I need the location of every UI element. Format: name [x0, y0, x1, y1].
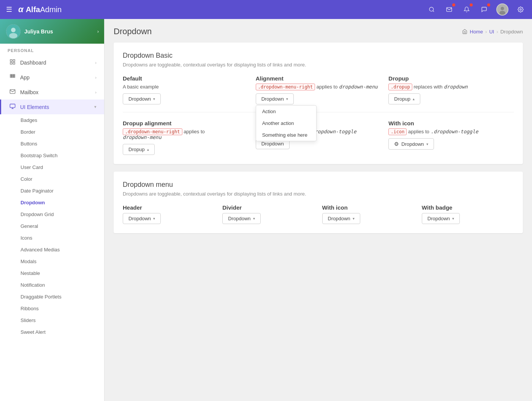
dd-menu-icon-button[interactable]: Dropdown ▾	[322, 213, 360, 224]
subitem-sliders[interactable]: Sliders	[0, 314, 104, 326]
dd-menu-item-action[interactable]: Action	[256, 106, 316, 117]
sidebar-user[interactable]: Juliya Brus ›	[0, 19, 104, 44]
dd-dropup-caret-icon: ▴	[413, 97, 415, 101]
sidebar-item-mailbox[interactable]: Mailbox ›	[0, 85, 104, 99]
brand-admin: Admin	[40, 5, 62, 14]
dd-menu-badge-title: With badge	[422, 204, 514, 211]
dropdown-menu-panel: Dropdown menu Dropdowns are toggleable, …	[114, 172, 523, 233]
svg-rect-19	[10, 104, 15, 107]
dd-alignment-caret-icon: ▾	[286, 97, 288, 101]
dd-section-dropup-align: Dropup alignment .dropdown-menu-right ap…	[123, 120, 248, 155]
sidebar-user-arrow-icon: ›	[97, 29, 99, 34]
sidebar-section-personal: PERSONAL	[0, 44, 104, 55]
sidebar-item-dashboard[interactable]: Dashboard ›	[0, 55, 104, 70]
dd-alignment-btn-label: Dropdown	[261, 96, 284, 102]
subitem-modals[interactable]: Modals	[0, 256, 104, 267]
page-title: Dropdown	[114, 27, 152, 36]
dd-menu-badge-button[interactable]: Dropdown ▾	[422, 213, 460, 224]
sidebar-avatar	[6, 24, 21, 39]
breadcrumb: Home › UI › Dropdown	[462, 29, 523, 35]
dd-menu-section-badge: With badge Dropdown ▾	[422, 204, 514, 224]
svg-rect-16	[10, 76, 11, 77]
subitem-user-card[interactable]: User Card	[0, 161, 104, 173]
alpha-symbol: α	[18, 5, 24, 14]
sidebar-mailbox-arrow: ›	[95, 90, 97, 95]
dd-alignment-desc: .dropdown-menu-right applies to dropdown…	[256, 84, 381, 90]
dropdown-basic-title: Dropdown Basic	[123, 52, 514, 60]
svg-point-7	[11, 28, 16, 32]
sidebar-username: Juliya Brus	[24, 28, 53, 35]
subitem-border[interactable]: Border	[0, 126, 104, 138]
svg-point-0	[429, 7, 434, 11]
app-brand: α AlfaAdmin	[18, 5, 62, 14]
svg-rect-9	[10, 60, 12, 62]
subitem-general[interactable]: General	[0, 220, 104, 232]
dd-dropup-align-title: Dropup alignment	[123, 120, 248, 126]
hamburger-icon[interactable]: ☰	[6, 5, 12, 14]
dd-menu-badge-btn-label: Dropdown	[428, 216, 450, 221]
subitem-color[interactable]: Color	[0, 173, 104, 185]
subitem-ribbons[interactable]: Ribbons	[0, 303, 104, 314]
subitem-advanced-medias[interactable]: Advanced Medias	[0, 244, 104, 256]
dd-with-icon-button[interactable]: ⚙ Dropdown ▾	[388, 138, 434, 150]
subitem-dropdown[interactable]: Dropdown	[0, 197, 104, 208]
app-icon	[9, 74, 16, 81]
dd-dropup-button[interactable]: Dropup ▴	[388, 93, 420, 104]
dd-dropup-ref: dropdown	[444, 84, 468, 90]
page-header: Dropdown Home › UI › Dropdown	[114, 27, 523, 36]
dd-dropup-align-button[interactable]: Dropup ▴	[123, 144, 155, 155]
dd-dropup-align-caret-icon: ▴	[147, 147, 149, 152]
mail-badge	[452, 3, 455, 6]
dd-menu-header-button[interactable]: Dropdown ▾	[123, 213, 161, 224]
subitem-dropdown-grid[interactable]: Dropdown Grid	[0, 208, 104, 220]
dd-with-icon-caret-icon: ▾	[426, 142, 428, 146]
dropdown-menu-desc: Dropdowns are toggleable, contextual ove…	[123, 191, 514, 197]
dd-default-button[interactable]: Dropdown ▾	[123, 93, 161, 104]
dropdown-basic-row2: Dropup alignment .dropdown-menu-right ap…	[123, 120, 514, 155]
dd-dropup-desc: .dropup replaces with dropdown	[388, 84, 514, 90]
dd-with-icon-code-tag: .icon	[388, 128, 407, 135]
svg-rect-12	[13, 62, 15, 64]
dd-alignment-button[interactable]: Dropdown ▾	[256, 93, 294, 104]
svg-point-8	[9, 33, 17, 38]
dd-btn-gear-icon: ⚙	[394, 141, 399, 147]
home-breadcrumb-icon	[462, 29, 467, 34]
subitem-badges[interactable]: Badges	[0, 114, 104, 126]
user-avatar[interactable]	[496, 3, 508, 16]
top-navbar: ☰ α AlfaAdmin	[0, 0, 532, 19]
breadcrumb-home[interactable]: Home	[470, 29, 483, 35]
subitem-nestable[interactable]: Nestable	[0, 267, 104, 279]
search-icon[interactable]	[426, 4, 437, 15]
dd-menu-item-something[interactable]: Something else here	[256, 129, 316, 141]
subitem-draggable-portlets[interactable]: Draggable Portlets	[0, 291, 104, 303]
dd-alignment-menu: Action Another action Something else her…	[256, 105, 317, 141]
dd-alignment-code-tag: .dropdown-menu-right	[256, 84, 315, 90]
dd-default-wrapper: Dropdown ▾	[123, 93, 161, 104]
breadcrumb-ui[interactable]: UI	[489, 29, 494, 35]
dd-menu-divider-title: Divider	[222, 204, 314, 211]
mailbox-icon	[9, 88, 16, 96]
subitem-notification[interactable]: Notification	[0, 279, 104, 291]
sidebar-item-ui-elements[interactable]: UI Elements ▾	[0, 99, 104, 114]
dd-menu-divider-button[interactable]: Dropdown ▾	[222, 213, 260, 224]
mail-icon[interactable]	[444, 4, 454, 15]
subitem-buttons[interactable]: Buttons	[0, 138, 104, 150]
main-layout: Juliya Brus › PERSONAL Dashboard › App ›…	[0, 19, 532, 401]
dd-dropup-align-desc: .dropdown-menu-right applies to dropdown…	[123, 129, 248, 140]
svg-point-5	[520, 9, 521, 10]
subitem-bootstrap-switch[interactable]: Bootstrap Switch	[0, 150, 104, 161]
svg-rect-18	[14, 76, 15, 77]
subitem-sweet-alert[interactable]: Sweet Alert	[0, 326, 104, 338]
bell-icon[interactable]	[461, 4, 472, 15]
svg-rect-15	[14, 74, 15, 76]
subitem-icons[interactable]: Icons	[0, 232, 104, 244]
dd-dropup-btn-label: Dropup	[394, 96, 410, 102]
gear-icon[interactable]	[515, 4, 526, 15]
dd-menu-item-another[interactable]: Another action	[256, 117, 316, 129]
sidebar-ui-arrow: ▾	[94, 104, 97, 109]
sidebar-item-app[interactable]: App ›	[0, 70, 104, 85]
subitem-date-paginator[interactable]: Date Paginator	[0, 185, 104, 197]
chat-icon[interactable]	[479, 4, 489, 15]
sidebar-dashboard-arrow: ›	[95, 60, 97, 65]
dropdown-basic-desc: Dropdowns are toggleable, contextual ove…	[123, 62, 514, 68]
